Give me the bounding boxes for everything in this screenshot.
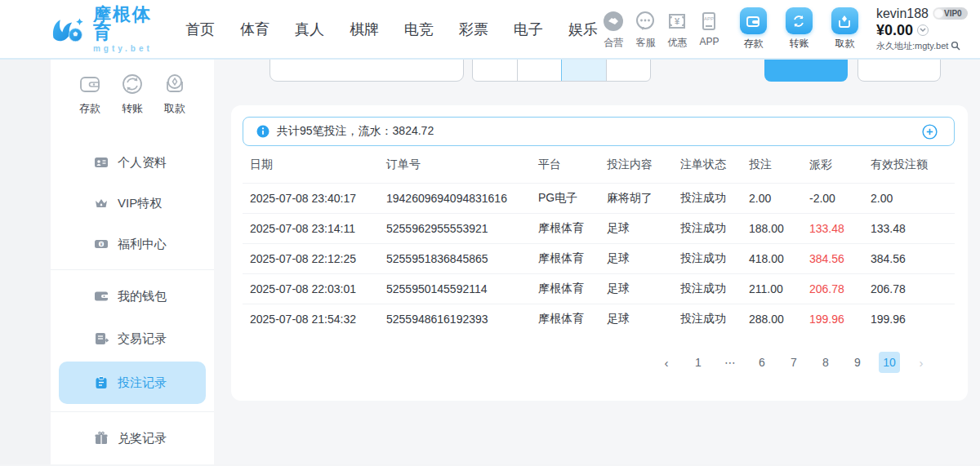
cell-payout: 133.48 <box>809 222 871 235</box>
support-button[interactable]: 客服 <box>630 8 662 50</box>
info-icon <box>256 125 270 138</box>
cell-bet: 418.00 <box>749 252 809 265</box>
promo-button[interactable]: ¥ 优惠 <box>662 8 693 50</box>
brand-logo[interactable]: 摩根体育 mgty.bet <box>51 6 159 53</box>
sidebar-group-prizes: 兑奖记录 <box>51 411 214 459</box>
sidebar-item-prize-records[interactable]: 兑奖记录 <box>51 417 214 459</box>
withdraw-button[interactable]: 取款 <box>826 7 863 51</box>
sidebar-item-profile[interactable]: 个人资料 <box>51 142 214 183</box>
vip-badge: VIP0 <box>933 7 968 20</box>
brand-domain: mgty.bet <box>93 45 159 53</box>
cell-payout: -2.00 <box>809 192 871 205</box>
quick-label: 存款 <box>79 101 100 116</box>
summary-bar: 共计95笔投注，流水：3824.72 <box>243 117 955 146</box>
crown-icon <box>94 196 109 211</box>
nav-item-cards[interactable]: 棋牌 <box>350 20 379 39</box>
cell-status: 投注成功 <box>680 221 749 236</box>
app-download-button[interactable]: APP APP <box>693 8 725 50</box>
sidebar-deposit-button[interactable]: 存款 <box>72 70 108 116</box>
deposit-button[interactable]: 存款 <box>735 7 772 51</box>
sidebar-item-transactions[interactable]: 交易记录 <box>51 317 214 360</box>
sidebar-withdraw-button[interactable]: 取款 <box>157 70 193 116</box>
nav-item-entertainment[interactable]: 娱乐 <box>568 20 598 39</box>
nav-item-sports[interactable]: 体育 <box>240 20 270 39</box>
quick-label: 取款 <box>835 37 854 51</box>
nav-item-lottery[interactable]: 彩票 <box>459 20 488 39</box>
main-nav: 首页 体育 真人 棋牌 电竞 彩票 电子 娱乐 <box>185 20 598 39</box>
tool-label: 优惠 <box>667 36 687 50</box>
table-header: 日期 订单号 平台 投注内容 注单状态 投注 派彩 有效投注额 <box>243 147 955 183</box>
sidebar-item-bet-records[interactable]: 投注记录 <box>59 362 206 404</box>
transfer-button[interactable]: 转账 <box>781 7 817 51</box>
balance-dropdown-button[interactable] <box>917 24 929 36</box>
sidebar-item-benefits[interactable]: ¥ 福利中心 <box>51 224 214 264</box>
sidebar-group-account: 个人资料 VIP特权 ¥ 福利中心 <box>51 140 214 264</box>
pagination-page-10[interactable]: 10 <box>879 352 900 373</box>
cell-order: 5255962955553921 <box>386 222 538 235</box>
phone-icon: APP <box>698 8 719 34</box>
pagination-page-9[interactable]: 9 <box>847 352 868 373</box>
logo-icon <box>51 11 87 47</box>
cell-status: 投注成功 <box>680 312 749 326</box>
pagination-page-1[interactable]: 1 <box>688 352 709 373</box>
nav-item-live[interactable]: 真人 <box>295 20 324 39</box>
pagination-page-6[interactable]: 6 <box>751 352 773 373</box>
sidebar-item-wallet[interactable]: 我的钱包 <box>51 275 214 317</box>
cell-payout: 206.78 <box>809 282 871 295</box>
cell-date: 2025-07-08 22:12:25 <box>250 252 386 265</box>
quick-label: 取款 <box>164 101 185 116</box>
sidebar-quick-actions: 存款 转账 取款 <box>51 60 214 116</box>
transfer-arrows-icon <box>118 70 146 98</box>
cell-valid: 384.56 <box>871 252 955 265</box>
balance-amount: ¥0.00 <box>876 22 913 39</box>
withdraw-icon <box>161 70 189 98</box>
cell-content: 足球 <box>607 251 680 266</box>
table-row: 2025-07-08 22:03:015255950145592114摩根体育足… <box>243 273 955 304</box>
main-content: 共计95笔投注，流水：3824.72 日期 订单号 平台 投注内容 注单状态 投… <box>214 60 980 464</box>
cell-content: 足球 <box>607 221 680 236</box>
brand-name: 摩根体育 <box>93 6 159 42</box>
cell-content: 足球 <box>607 282 680 296</box>
pagination-page-7[interactable]: 7 <box>783 352 804 373</box>
nav-item-esports[interactable]: 电竞 <box>404 20 434 39</box>
pagination-next[interactable]: › <box>911 352 932 373</box>
chat-bubble-icon <box>635 8 656 34</box>
navbar-quick-actions: 存款 转账 取款 <box>735 7 863 51</box>
search-icon[interactable] <box>951 41 960 51</box>
table-row: 2025-07-08 23:14:115255962955553921摩根体育足… <box>243 213 955 243</box>
cell-platform: PG电子 <box>538 191 607 206</box>
partnership-button[interactable]: 合营 <box>598 8 630 50</box>
bet-record-icon <box>94 375 109 390</box>
wallet-icon <box>76 70 104 98</box>
pagination-prev[interactable]: ‹ <box>656 352 677 373</box>
cell-payout: 199.96 <box>809 313 871 326</box>
table-row: 2025-07-08 23:40:171942609694094831616PG… <box>243 183 955 213</box>
bet-records-card: 共计95笔投注，流水：3824.72 日期 订单号 平台 投注内容 注单状态 投… <box>231 105 968 401</box>
handshake-icon <box>603 8 624 34</box>
cell-order: 1942609694094831616 <box>386 192 538 205</box>
add-circle-icon[interactable] <box>922 124 938 140</box>
id-card-icon <box>94 155 109 170</box>
table-row: 2025-07-08 22:12:255255951836845865摩根体育足… <box>243 243 955 273</box>
pagination-ellipsis: ⋯ <box>719 352 741 373</box>
svg-text:¥: ¥ <box>675 16 680 26</box>
sidebar-transfer-button[interactable]: 转账 <box>114 70 150 116</box>
table-row: 2025-07-08 21:54:325255948616192393摩根体育足… <box>243 304 955 334</box>
nav-item-home[interactable]: 首页 <box>185 20 215 39</box>
tool-label: APP <box>699 36 719 47</box>
wallet-icon <box>740 7 767 34</box>
nav-item-slots[interactable]: 电子 <box>514 20 543 39</box>
cell-date: 2025-07-08 23:14:11 <box>250 222 386 235</box>
cell-date: 2025-07-08 22:03:01 <box>250 282 386 295</box>
cell-bet: 211.00 <box>749 282 809 295</box>
sidebar-item-vip[interactable]: VIP特权 <box>51 183 214 224</box>
benefit-coin-icon: ¥ <box>94 237 109 251</box>
cell-platform: 摩根体育 <box>538 282 607 296</box>
svg-text:APP: APP <box>704 16 714 21</box>
sidebar-group-records: 我的钱包 交易记录 投注记录 <box>51 269 214 404</box>
wallet-icon <box>94 289 109 304</box>
pagination-page-8[interactable]: 8 <box>815 352 836 373</box>
chevron-down-icon <box>920 28 926 33</box>
cell-platform: 摩根体育 <box>538 221 607 236</box>
cell-bet: 188.00 <box>749 222 809 235</box>
